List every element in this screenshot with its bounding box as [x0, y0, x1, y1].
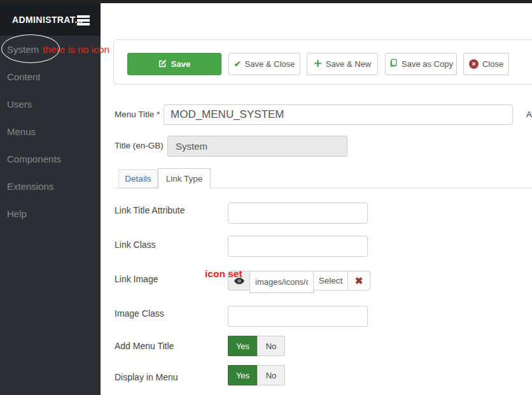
title-translation-input [167, 136, 347, 157]
add-menu-title-label: Add Menu Title [115, 341, 174, 351]
save-icon [158, 59, 167, 69]
sidebar-item-help[interactable]: Help [0, 200, 101, 227]
image-class-input[interactable] [228, 306, 368, 327]
clear-image-button[interactable]: ✖ [347, 271, 370, 291]
save-button[interactable]: Save [127, 53, 221, 75]
sidebar-item-system[interactable]: System [0, 36, 101, 63]
close-circle-icon: × [469, 59, 479, 69]
image-class-label: Image Class [115, 308, 164, 319]
sidebar-item-extensions[interactable]: Extensions [0, 173, 101, 200]
display-in-menu-toggle: Yes No [228, 365, 285, 385]
title-translation-label: Title (en-GB) [115, 141, 164, 150]
copy-icon [389, 59, 398, 69]
toolbar: Save ✔ Save & Close Save & New Save as C… [113, 40, 532, 85]
administrator-title: ADMINISTRAT... [12, 15, 83, 25]
save-and-close-button[interactable]: ✔ Save & Close [228, 53, 300, 75]
tab-details[interactable]: Details [118, 169, 158, 188]
sidebar-header: ADMINISTRAT... [0, 3, 101, 36]
display-in-menu-yes-button[interactable]: Yes [228, 365, 257, 385]
tab-link-type[interactable]: Link Type [158, 168, 211, 189]
link-class-label: Link Class [115, 240, 156, 250]
add-menu-title-no-button[interactable]: No [257, 336, 285, 356]
link-title-attribute-input[interactable] [228, 203, 368, 224]
link-class-input[interactable] [228, 236, 368, 257]
menu-toggle-icon[interactable] [77, 15, 90, 27]
plus-icon [314, 59, 322, 69]
preview-addon[interactable] [228, 271, 250, 291]
sidebar-item-menus[interactable]: Menus [0, 118, 101, 145]
check-icon: ✔ [234, 60, 241, 68]
display-in-menu-label: Display in Menu [115, 372, 178, 382]
sidebar-menu: System Content Users Menus Components Ex… [0, 36, 101, 227]
sidebar: ADMINISTRAT... System Content Users Menu… [0, 3, 101, 395]
close-button[interactable]: × Close [463, 53, 509, 75]
save-as-copy-button[interactable]: Save as Copy [385, 53, 457, 75]
menu-title-label: Menu Title * [115, 110, 160, 119]
link-image-input[interactable] [249, 271, 314, 293]
clear-x-icon: ✖ [355, 275, 363, 287]
add-menu-title-toggle: Yes No [228, 336, 285, 356]
link-image-label: Link Image [115, 274, 158, 284]
joomla-admin-menu-item-edit: ADMINISTRAT... System Content Users Menu… [0, 0, 532, 395]
sidebar-item-users[interactable]: Users [0, 90, 101, 118]
eye-icon [234, 275, 244, 287]
alias-label-partial: A [526, 110, 532, 119]
display-in-menu-no-button[interactable]: No [257, 365, 285, 385]
select-image-button[interactable]: Select [313, 271, 348, 291]
add-menu-title-yes-button[interactable]: Yes [228, 336, 257, 356]
sidebar-item-content[interactable]: Content [0, 63, 101, 90]
save-and-new-button[interactable]: Save & New [307, 53, 378, 75]
sidebar-item-components[interactable]: Components [0, 145, 101, 173]
menu-title-input[interactable] [164, 104, 513, 125]
link-title-attribute-label: Link Title Attribute [115, 205, 185, 215]
